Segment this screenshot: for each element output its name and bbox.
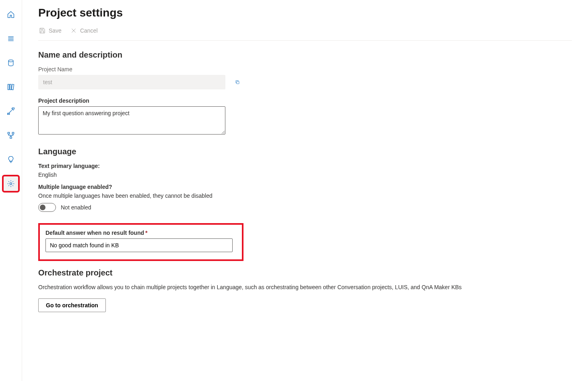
settings-icon[interactable] (4, 176, 18, 191)
svg-rect-10 (237, 81, 239, 84)
project-name-input (38, 75, 225, 89)
save-button[interactable]: Save (38, 26, 62, 35)
svg-rect-1 (8, 84, 9, 89)
home-icon[interactable] (4, 7, 18, 22)
primary-language-label: Text primary language: (38, 163, 572, 169)
toggle-state-label: Not enabled (61, 204, 91, 211)
sidebar (0, 0, 22, 381)
svg-rect-5 (12, 108, 14, 109)
save-label: Save (49, 27, 62, 34)
lightbulb-icon[interactable] (4, 152, 18, 167)
build-icon[interactable] (4, 104, 18, 118)
save-icon (39, 27, 45, 34)
library-icon[interactable] (4, 80, 18, 94)
page-title: Project settings (38, 6, 572, 19)
svg-point-0 (8, 60, 13, 62)
project-desc-label: Project description (38, 97, 572, 104)
svg-rect-2 (10, 84, 11, 89)
default-answer-highlight: Default answer when no result found* (38, 223, 243, 261)
multi-language-toggle[interactable] (38, 203, 56, 212)
cancel-button[interactable]: Cancel (70, 26, 99, 35)
section-heading-name-desc: Name and description (38, 50, 572, 60)
close-icon (70, 27, 77, 34)
svg-rect-8 (10, 137, 12, 138)
toolbar: Save Cancel (38, 26, 572, 41)
section-heading-language: Language (38, 147, 572, 156)
database-icon[interactable] (4, 56, 18, 70)
toggle-knob (40, 205, 45, 210)
svg-rect-7 (12, 133, 14, 134)
flow-icon[interactable] (4, 128, 18, 143)
orchestrate-description: Orchestration workflow allows you to cha… (38, 284, 572, 290)
svg-rect-6 (8, 133, 10, 134)
project-name-label: Project Name (38, 66, 572, 72)
multi-language-note: Once multiple languages have been enable… (38, 193, 572, 199)
go-to-orchestration-button[interactable]: Go to orchestration (38, 298, 106, 312)
svg-rect-3 (12, 84, 14, 90)
copy-button[interactable] (233, 77, 242, 87)
svg-point-9 (10, 183, 12, 185)
section-heading-orchestrate: Orchestrate project (38, 268, 572, 277)
primary-language-value: English (38, 172, 572, 178)
copy-icon (235, 79, 240, 86)
cancel-label: Cancel (80, 27, 98, 34)
multi-language-label: Multiple language enabled? (38, 184, 572, 190)
default-answer-label: Default answer when no result found* (45, 230, 236, 236)
default-answer-input[interactable] (45, 238, 233, 252)
list-icon[interactable] (4, 31, 18, 46)
main-content: Project settings Save Cancel Name and de… (22, 0, 588, 381)
project-desc-input[interactable]: My first question answering project (38, 106, 225, 135)
